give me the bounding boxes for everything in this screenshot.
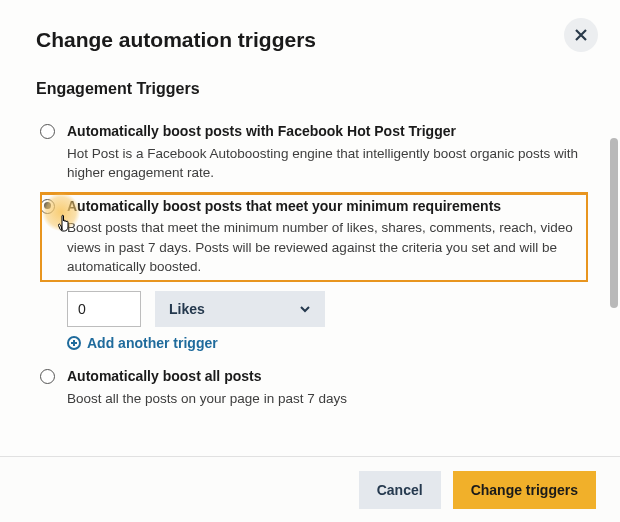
option-description: Boost posts that meet the minimum number… xyxy=(67,218,584,277)
section-title: Engagement Triggers xyxy=(36,80,584,98)
modal-footer: Cancel Change triggers xyxy=(0,456,620,522)
change-triggers-modal: Change automation triggers Engagement Tr… xyxy=(0,0,620,522)
add-trigger-label: Add another trigger xyxy=(87,335,218,351)
close-icon xyxy=(573,27,589,43)
option-label: Automatically boost all posts xyxy=(67,367,584,387)
modal-title: Change automation triggers xyxy=(36,28,584,52)
add-trigger-link[interactable]: Add another trigger xyxy=(67,335,584,351)
option-min-requirements[interactable]: Automatically boost posts that meet your… xyxy=(40,197,584,277)
cancel-button[interactable]: Cancel xyxy=(359,471,441,509)
change-triggers-button[interactable]: Change triggers xyxy=(453,471,596,509)
plus-circle-icon xyxy=(67,336,81,350)
radio-boost-all[interactable] xyxy=(40,369,55,384)
scrollbar-thumb[interactable] xyxy=(610,138,618,308)
radio-hot-post[interactable] xyxy=(40,124,55,139)
chevron-down-icon xyxy=(299,303,311,315)
radio-min-requirements[interactable] xyxy=(40,199,55,214)
trigger-options: Automatically boost posts with Facebook … xyxy=(36,122,584,408)
option-description: Boost all the posts on your page in past… xyxy=(67,389,584,409)
option-boost-all[interactable]: Automatically boost all posts Boost all … xyxy=(40,367,584,408)
metric-selected-label: Likes xyxy=(169,301,205,317)
option-label: Automatically boost posts that meet your… xyxy=(67,197,584,217)
trigger-criteria-row: Likes xyxy=(67,291,584,327)
option-label: Automatically boost posts with Facebook … xyxy=(67,122,584,142)
option-hot-post[interactable]: Automatically boost posts with Facebook … xyxy=(40,122,584,183)
option-description: Hot Post is a Facebook Autoboosting engi… xyxy=(67,144,584,183)
metric-select[interactable]: Likes xyxy=(155,291,325,327)
threshold-input[interactable] xyxy=(67,291,141,327)
close-button[interactable] xyxy=(564,18,598,52)
